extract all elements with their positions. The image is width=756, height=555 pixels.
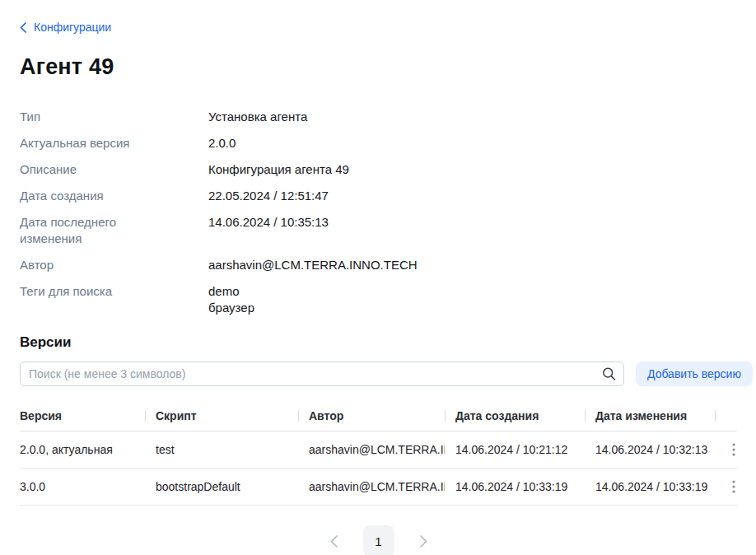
column-header-author: Автор: [298, 401, 445, 431]
cell-script: test: [145, 431, 298, 469]
search-icon[interactable]: [602, 367, 616, 381]
column-header-actions: [715, 401, 737, 431]
tag-line: demo: [208, 283, 737, 300]
cell-author: aarshavin@LCM.TERRA.INNO.TECH: [298, 469, 445, 506]
pagination: 1: [20, 525, 737, 555]
prop-value-description: Конфигурация агента 49: [208, 161, 737, 178]
prop-value-actual-version: 2.0.0: [208, 135, 737, 152]
prop-value-created-date: 22.05.2024 / 12:51:47: [208, 188, 737, 204]
table-header-row: Версия Скрипт Автор Дата создания Дата и…: [20, 401, 737, 431]
column-header-created: Дата создания: [445, 401, 585, 431]
back-link-configurations[interactable]: Конфигурации: [20, 21, 111, 35]
cell-version: 3.0.0: [20, 469, 145, 506]
prop-label-actual-version: Актуальная версия: [20, 135, 160, 152]
cell-author: aarshavin@LCM.TERRA.INNO.TECH: [298, 431, 445, 469]
cell-actions: [715, 431, 737, 469]
cell-modified: 14.06.2024 / 10:33:19: [585, 469, 715, 506]
back-link-label: Конфигурации: [34, 21, 111, 35]
cell-modified: 14.06.2024 / 10:32:13: [585, 431, 715, 469]
row-menu-button[interactable]: [730, 478, 737, 495]
table-row[interactable]: 2.0.0, актуальная test aarshavin@LCM.TER…: [20, 431, 737, 469]
prop-label-created-date: Дата создания: [20, 188, 160, 204]
versions-table: Версия Скрипт Автор Дата создания Дата и…: [20, 401, 737, 506]
page-title: Агент 49: [20, 56, 737, 78]
column-header-version: Версия: [20, 401, 145, 431]
column-header-script: Скрипт: [145, 401, 298, 431]
cell-actions: [715, 469, 737, 506]
properties-list: Тип Установка агента Актуальная версия 2…: [20, 109, 737, 316]
add-version-button[interactable]: Добавить версию: [636, 361, 753, 386]
prop-value-tags: demo браузер: [208, 283, 737, 316]
chevron-right-icon: [420, 535, 427, 548]
prop-value-modified-date: 14.06.2024 / 10:35:13: [208, 214, 737, 231]
prop-label-modified-date: Дата последнего изменения: [20, 214, 160, 247]
row-menu-button[interactable]: [730, 441, 737, 458]
prop-label-tags: Теги для поиска: [20, 283, 160, 300]
prop-value-author: aarshavin@LCM.TERRA.INNO.TECH: [208, 257, 737, 273]
prop-value-type: Установка агента: [208, 109, 737, 125]
pagination-next-button[interactable]: [417, 532, 431, 551]
cell-created: 14.06.2024 / 10:21:12: [445, 431, 585, 469]
versions-toolbar: Добавить версию: [20, 361, 737, 386]
versions-search-input[interactable]: [20, 361, 624, 386]
versions-section-title: Версии: [20, 333, 737, 351]
kebab-vertical-icon: [732, 480, 735, 493]
chevron-left-icon: [330, 535, 338, 548]
page-container: Конфигурации Агент 49 Тип Установка аген…: [0, 0, 756, 555]
kebab-vertical-icon: [732, 443, 735, 456]
pagination-prev-button[interactable]: [327, 532, 341, 551]
column-header-modified: Дата изменения: [585, 401, 715, 431]
pagination-current-page[interactable]: 1: [363, 525, 394, 555]
search-field-wrap: [20, 361, 624, 386]
prop-label-author: Автор: [20, 257, 160, 273]
cell-created: 14.06.2024 / 10:33:19: [445, 469, 585, 506]
table-row[interactable]: 3.0.0 bootstrapDefault aarshavin@LCM.TER…: [20, 469, 737, 506]
cell-version: 2.0.0, актуальная: [20, 431, 145, 469]
prop-label-type: Тип: [20, 109, 160, 125]
chevron-left-icon: [20, 22, 26, 33]
cell-script: bootstrapDefault: [145, 469, 298, 506]
prop-label-description: Описание: [20, 161, 160, 178]
tag-line: браузер: [208, 300, 737, 316]
